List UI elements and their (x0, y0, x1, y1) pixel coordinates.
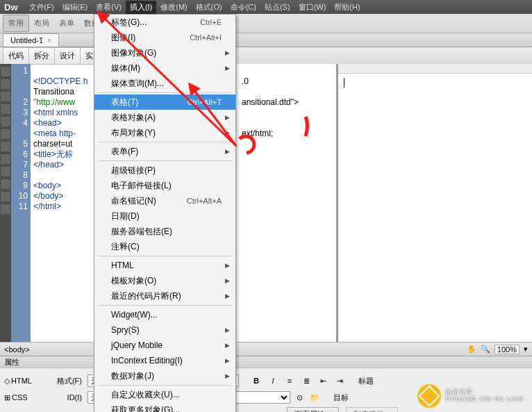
menu-modify[interactable]: 修改(M) (156, 1, 192, 14)
menu-item-label: 最近的代码片断(R) (111, 290, 222, 302)
menu-separator (97, 92, 233, 93)
zoom-value[interactable]: 100% (494, 345, 519, 354)
tab-common[interactable]: 常用 (3, 15, 29, 32)
html-mode-icon[interactable]: ◇ (4, 377, 10, 386)
gutter-icon[interactable] (1, 92, 10, 101)
css-mode-icon[interactable]: ⊞ (4, 393, 10, 402)
menu-item[interactable]: Spry(S)▶ (94, 322, 235, 338)
watermark: 创新互联 CHUANG XIN HU LIAN (417, 384, 524, 408)
gutter-icon[interactable] (1, 79, 10, 89)
view-code-button[interactable]: 代码 (3, 47, 29, 65)
menu-separator (97, 160, 233, 161)
submenu-arrow-icon: ▶ (225, 148, 230, 155)
html-mode-label[interactable]: HTML (11, 377, 32, 385)
menu-item[interactable]: 媒体(M)▶ (94, 60, 235, 76)
menu-help[interactable]: 帮助(H) (330, 1, 364, 14)
menu-insert[interactable]: 插入(I) (126, 1, 156, 14)
indent-icon[interactable]: ⇥ (333, 374, 346, 387)
menu-item[interactable]: 表单(F)▶ (94, 144, 235, 159)
gutter-icon[interactable] (1, 192, 10, 201)
menu-format[interactable]: 格式(O) (192, 1, 226, 14)
menu-item[interactable]: 表格(T)Ctrl+Alt+T (94, 94, 235, 110)
tab-forms[interactable]: 表单 (54, 15, 79, 31)
bold-icon[interactable]: B (250, 374, 263, 387)
menu-file[interactable]: 文件(F) (25, 1, 58, 14)
gutter-icon[interactable] (1, 67, 10, 76)
menu-item-label: 自定义收藏夹(U)... (111, 389, 222, 401)
list-ul-icon[interactable]: ≡ (283, 374, 296, 387)
gutter-icon[interactable] (1, 154, 10, 164)
gutter-icon[interactable] (1, 117, 10, 126)
menu-item[interactable]: 电子邮件链接(L) (94, 178, 235, 193)
page-properties-button[interactable]: 页面属性... (287, 407, 339, 412)
menu-item[interactable]: Widget(W)... (94, 307, 235, 322)
list-item-button: 列表项目... (346, 407, 398, 412)
menu-item[interactable]: 日期(D) (94, 208, 235, 224)
menu-edit[interactable]: 编辑(E) (58, 1, 92, 14)
menu-item-label: Widget(W)... (111, 310, 222, 320)
outdent-icon[interactable]: ⇤ (317, 374, 329, 387)
link-folder-icon[interactable]: 📁 (308, 391, 321, 404)
menu-separator (97, 256, 233, 256)
view-split-button[interactable]: 拆分 (28, 47, 55, 65)
menu-item[interactable]: 服务器端包括(E) (94, 224, 235, 239)
menu-window[interactable]: 窗口(W) (294, 1, 331, 14)
submenu-arrow-icon: ▶ (225, 357, 230, 364)
menu-item[interactable]: 注释(C) (94, 239, 235, 254)
tab-layout[interactable]: 布局 (29, 15, 54, 31)
menu-item[interactable]: 表格对象(A)▶ (94, 110, 235, 125)
menu-item-label: 媒体(M) (111, 63, 222, 74)
design-pane[interactable] (336, 64, 532, 342)
menu-item[interactable]: 获取更多对象(G)... (94, 402, 235, 412)
gutter-icon[interactable] (1, 104, 10, 114)
menu-item-label: 超级链接(P) (111, 165, 222, 176)
menu-separator (97, 142, 233, 142)
view-design-button[interactable]: 设计 (54, 47, 81, 65)
css-mode-label[interactable]: CSS (12, 393, 28, 402)
dropdown-icon[interactable]: ▾ (524, 345, 528, 354)
menu-item[interactable]: HTML▶ (94, 258, 235, 273)
code-gutter (0, 64, 11, 342)
app-logo: Dw (4, 2, 18, 13)
list-ol-icon[interactable]: ≣ (300, 374, 313, 387)
menu-site[interactable]: 站点(S) (260, 1, 294, 14)
gutter-icon[interactable] (1, 179, 10, 189)
menu-item-label: 表格(T) (111, 97, 187, 108)
menu-item[interactable]: InContext Editing(I)▶ (94, 353, 235, 368)
line-numbers: 1234567891011 (11, 64, 31, 342)
menu-item[interactable]: jQuery Mobile▶ (94, 338, 235, 353)
menu-item[interactable]: 图像对象(G)▶ (94, 45, 235, 60)
menu-item[interactable]: 标签(G)...Ctrl+E (94, 15, 235, 30)
text-cursor (344, 78, 344, 88)
close-icon[interactable]: × (47, 37, 51, 44)
menu-commands[interactable]: 命令(C) (226, 1, 260, 14)
menu-item[interactable]: 超级链接(P) (94, 163, 235, 178)
id-label: ID(I) (46, 393, 85, 402)
menubar: Dw 文件(F) 编辑(E) 查看(V) 插入(I) 修改(M) 格式(O) 命… (0, 0, 532, 14)
zoom-tool-icon[interactable]: 🔍 (481, 345, 490, 354)
properties-title: 属性 (4, 357, 19, 368)
tag-path[interactable]: <body> (4, 345, 30, 354)
document-tab[interactable]: Untitled-1 × (3, 33, 59, 47)
gutter-icon[interactable] (1, 204, 10, 214)
properties-header[interactable]: 属性 (0, 356, 532, 368)
hand-tool-icon[interactable]: ✋ (467, 345, 476, 354)
menu-item[interactable]: 图像(I)Ctrl+Alt+I (94, 30, 235, 45)
menu-item[interactable]: 最近的代码片断(R)▶ (94, 288, 235, 304)
menu-item-label: 表格对象(A) (111, 112, 222, 124)
menu-item-label: 图像(I) (111, 32, 190, 44)
menu-item[interactable]: 媒体查询(M)... (94, 76, 235, 91)
menu-item[interactable]: 命名锚记(N)Ctrl+Alt+A (94, 193, 235, 208)
menu-item[interactable]: 数据对象(J)▶ (94, 368, 235, 384)
gutter-icon[interactable] (1, 167, 10, 176)
gutter-icon[interactable] (1, 142, 10, 151)
link-point-icon[interactable]: ⊙ (293, 391, 306, 404)
menu-item[interactable]: 自定义收藏夹(U)... (94, 387, 235, 402)
submenu-arrow-icon: ▶ (225, 372, 230, 379)
menu-item[interactable]: 布局对象(Y)▶ (94, 125, 235, 140)
menu-item[interactable]: 模板对象(O)▶ (94, 273, 235, 288)
italic-icon[interactable]: I (267, 374, 279, 387)
menu-view[interactable]: 查看(V) (92, 1, 126, 14)
submenu-arrow-icon: ▶ (225, 262, 230, 269)
gutter-icon[interactable] (1, 129, 10, 139)
